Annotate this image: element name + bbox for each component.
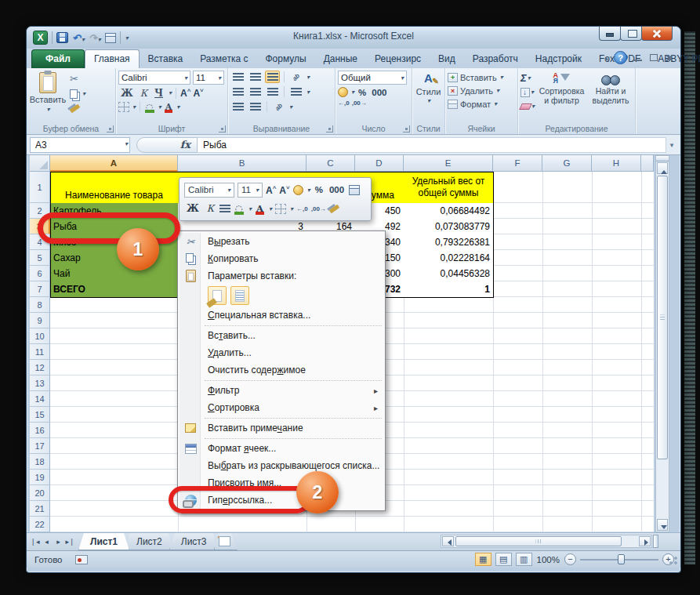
borders-icon[interactable] bbox=[118, 102, 129, 112]
column-header-F[interactable]: F bbox=[493, 155, 542, 172]
row-header-9[interactable]: 9 bbox=[30, 313, 50, 328]
tab-9[interactable]: Надстройк bbox=[527, 49, 590, 68]
increase-font-button[interactable]: A˄ bbox=[180, 87, 190, 99]
normal-view-button[interactable]: ▦ bbox=[475, 553, 491, 566]
menu-item-1[interactable]: Вырезать bbox=[180, 233, 383, 250]
insert-cells-button[interactable]: Вставить bbox=[448, 71, 515, 84]
formula-input[interactable]: Рыба bbox=[198, 137, 666, 153]
accounting-format-icon[interactable] bbox=[338, 87, 348, 97]
wrap-text-button[interactable] bbox=[288, 85, 303, 98]
dialog-launcher-icon[interactable] bbox=[403, 125, 410, 132]
mini-format-painter-icon[interactable] bbox=[329, 204, 340, 213]
delete-cells-button[interactable]: Удалить bbox=[448, 84, 515, 97]
dialog-launcher-icon[interactable] bbox=[107, 125, 114, 132]
row-header-18[interactable]: 18 bbox=[30, 454, 50, 470]
name-box[interactable]: A3 bbox=[30, 137, 130, 153]
cell-A1[interactable]: Наименование товара bbox=[50, 172, 179, 204]
workbook-close-icon[interactable] bbox=[664, 53, 674, 62]
mini-accounting-icon[interactable] bbox=[293, 185, 303, 195]
restore-button[interactable] bbox=[620, 27, 642, 41]
decrease-indent-button[interactable] bbox=[230, 100, 245, 113]
row-header-10[interactable]: 10 bbox=[30, 328, 50, 344]
paste-keep-formatting-icon[interactable] bbox=[208, 286, 227, 305]
italic-button[interactable]: К bbox=[138, 88, 150, 99]
cell-E1[interactable]: Удельный вес от общей суммы bbox=[404, 172, 494, 204]
next-sheet-icon[interactable]: ▸ bbox=[53, 536, 63, 548]
menu-item-14[interactable]: Вставить примечание bbox=[180, 419, 383, 437]
column-header-D[interactable]: D bbox=[355, 155, 404, 172]
column-header-H[interactable]: H bbox=[592, 155, 641, 172]
autosum-button[interactable]: Σ bbox=[520, 72, 535, 84]
mini-increase-font-button[interactable]: A˄ bbox=[266, 184, 276, 196]
cell-E4[interactable]: 0,793226381 bbox=[404, 234, 494, 251]
vertical-scrollbar[interactable] bbox=[655, 155, 669, 532]
font-name-select[interactable]: Calibri bbox=[118, 71, 190, 85]
mini-bold-button[interactable]: Ж bbox=[184, 203, 201, 214]
fill-button[interactable] bbox=[520, 86, 535, 98]
split-handle[interactable] bbox=[656, 156, 669, 161]
menu-item-11[interactable]: Фильтр bbox=[180, 382, 383, 399]
tab-6[interactable]: Рецензирс bbox=[366, 49, 430, 68]
row-header-1[interactable]: 1 bbox=[30, 172, 50, 203]
cell-E7[interactable]: 1 bbox=[404, 281, 494, 298]
row-header-5[interactable]: 5 bbox=[30, 250, 50, 266]
mini-borders-icon[interactable] bbox=[275, 204, 286, 214]
mini-percent-button[interactable]: % bbox=[314, 185, 325, 194]
dialog-launcher-icon[interactable] bbox=[219, 125, 226, 132]
mini-merge-icon[interactable] bbox=[349, 185, 360, 195]
tab-3[interactable]: Разметка с bbox=[191, 49, 256, 68]
orientation-button[interactable] bbox=[288, 71, 303, 83]
menu-item-9[interactable]: Очистить содержимое bbox=[180, 361, 383, 379]
menu-item-3[interactable]: Параметры вставки: bbox=[180, 267, 383, 285]
merge-center-button[interactable] bbox=[271, 100, 286, 113]
minimize-button[interactable] bbox=[599, 27, 621, 41]
scroll-right-icon[interactable] bbox=[639, 536, 651, 546]
column-header-E[interactable]: E bbox=[404, 155, 493, 172]
dialog-launcher-icon[interactable] bbox=[326, 125, 333, 132]
styles-button[interactable]: Стили bbox=[415, 71, 442, 104]
mini-decrease-decimal-icon[interactable] bbox=[311, 205, 326, 212]
menu-item-8[interactable]: Удалить... bbox=[180, 344, 383, 361]
column-header-B[interactable]: B bbox=[178, 155, 306, 172]
row-header-14[interactable]: 14 bbox=[30, 391, 50, 407]
previous-sheet-icon[interactable]: ◂ bbox=[42, 536, 52, 548]
decrease-decimal-icon[interactable] bbox=[352, 100, 367, 107]
tab-file[interactable]: Файл bbox=[31, 49, 85, 68]
column-header-G[interactable]: G bbox=[542, 155, 592, 172]
paste-button[interactable]: Вставить bbox=[29, 71, 67, 114]
find-select-button[interactable]: Найти и выделить bbox=[589, 71, 633, 112]
first-sheet-icon[interactable]: ❘◂ bbox=[30, 536, 40, 548]
column-header-C[interactable]: C bbox=[306, 155, 355, 172]
formula-bar-expand-icon[interactable] bbox=[666, 141, 677, 149]
mini-font-color-button[interactable]: A bbox=[255, 203, 265, 214]
tab-1[interactable]: Главная bbox=[85, 49, 140, 68]
cell-E2[interactable]: 0,06684492 bbox=[404, 203, 494, 219]
menu-item-17[interactable]: Выбрать из раскрывающегося списка... bbox=[180, 457, 383, 474]
vertical-scroll-thumb[interactable] bbox=[657, 176, 668, 459]
menu-item-2[interactable]: Копировать bbox=[180, 250, 383, 267]
scroll-up-icon[interactable] bbox=[657, 162, 668, 174]
format-painter-button[interactable] bbox=[70, 103, 85, 114]
scroll-down-icon[interactable] bbox=[657, 519, 668, 531]
tab-2[interactable]: Вставка bbox=[140, 49, 192, 68]
number-format-select[interactable]: Общий bbox=[338, 71, 407, 85]
row-header-15[interactable]: 15 bbox=[30, 407, 50, 423]
mini-comma-button[interactable]: 000 bbox=[328, 185, 346, 194]
paste-values-icon[interactable] bbox=[230, 286, 249, 305]
mini-font-name-select[interactable]: Calibri bbox=[184, 183, 234, 198]
row-header-22[interactable]: 22 bbox=[30, 517, 50, 532]
name-box-dropdown-icon[interactable] bbox=[125, 140, 128, 147]
cell-A6[interactable]: Чай bbox=[50, 266, 179, 282]
mini-decrease-font-button[interactable]: A˅ bbox=[279, 184, 289, 196]
row-header-20[interactable]: 20 bbox=[30, 485, 50, 501]
cell-E3[interactable]: 0,073083779 bbox=[404, 219, 494, 235]
comma-style-button[interactable]: 000 bbox=[370, 88, 388, 97]
resize-grip[interactable] bbox=[667, 554, 678, 565]
zoom-slider-thumb[interactable] bbox=[618, 554, 625, 564]
cell-A5[interactable]: Сахар bbox=[50, 250, 179, 267]
scroll-left-icon[interactable] bbox=[442, 536, 454, 546]
zoom-slider[interactable] bbox=[580, 553, 658, 565]
page-layout-view-button[interactable]: ▤ bbox=[495, 553, 512, 566]
row-header-16[interactable]: 16 bbox=[30, 423, 50, 438]
increase-indent-button[interactable] bbox=[248, 100, 263, 113]
